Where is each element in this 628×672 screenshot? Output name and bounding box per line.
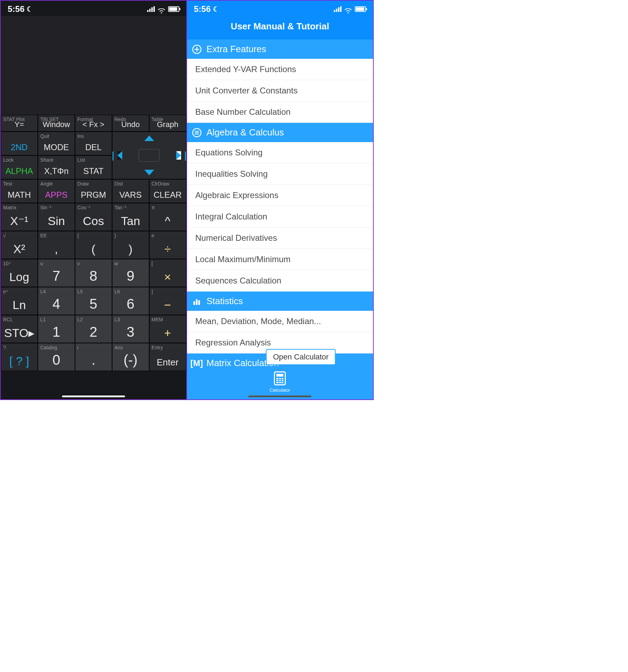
key-x2[interactable]: √X² xyxy=(1,231,38,259)
key-8[interactable]: v8 xyxy=(75,259,112,287)
list-item[interactable]: Algebraic Expressions xyxy=(187,185,373,206)
manual-screen: 5:56 ☾ User Manual & Tutorial Extra Feat… xyxy=(187,1,373,399)
plus-icon xyxy=(192,44,202,54)
key-sin[interactable]: Sin⁻¹Sin xyxy=(38,203,75,231)
status-bar: 5:56 ☾ xyxy=(1,1,186,16)
calculator-screen: 5:56 ☾ STAT PlotY= TBLSETWindow Format< … xyxy=(1,1,187,399)
arrow-down-icon[interactable] xyxy=(144,170,154,175)
arrow-up-icon[interactable] xyxy=(144,135,154,141)
section-header[interactable]: Algebra & Calculus xyxy=(187,123,373,142)
status-icons xyxy=(334,6,366,12)
bars-icon xyxy=(192,296,202,306)
key-window[interactable]: TBLSETWindow xyxy=(38,115,75,132)
list-item[interactable]: Unit Converter & Constants xyxy=(187,80,373,102)
key-multiply[interactable]: [× xyxy=(149,259,186,287)
list-item[interactable]: Inequalities Solving xyxy=(187,163,373,185)
wifi-icon xyxy=(158,6,165,12)
status-icons xyxy=(147,6,179,12)
tab-bar: Calculator xyxy=(187,369,373,399)
key-xt[interactable]: ShareX,TΦn xyxy=(38,155,75,179)
home-indicator[interactable] xyxy=(248,396,311,397)
tab-label: Calculator xyxy=(270,387,290,393)
key-vars[interactable]: DistVARS xyxy=(112,179,149,203)
home-indicator[interactable] xyxy=(62,396,125,397)
key-y-equals[interactable]: STAT PlotY= xyxy=(1,115,38,132)
key-2nd[interactable]: 2ND xyxy=(1,132,38,155)
status-time: 5:56 xyxy=(8,4,25,14)
section-label: Extra Features xyxy=(207,44,267,55)
list-item[interactable]: Integral Calculation xyxy=(187,206,373,227)
dpad-center[interactable] xyxy=(139,149,160,162)
section-header[interactable]: Statistics xyxy=(187,292,373,311)
key-lparen[interactable]: {( xyxy=(75,231,112,259)
battery-icon xyxy=(355,6,366,12)
key-4[interactable]: L44 xyxy=(38,287,75,315)
page-title: User Manual & Tutorial xyxy=(187,16,373,40)
key-sto[interactable]: RCLSTO▸ xyxy=(1,315,38,343)
status-bar: 5:56 ☾ xyxy=(187,1,373,16)
key-math[interactable]: TestMATH xyxy=(1,179,38,203)
key-alpha[interactable]: LockALPHA xyxy=(1,155,38,179)
menu-icon xyxy=(192,128,202,138)
key-comma[interactable]: EE, xyxy=(38,231,75,259)
key-mode[interactable]: QuitMODE xyxy=(38,132,75,155)
calc-display[interactable] xyxy=(1,16,186,115)
key-divide[interactable]: e÷ xyxy=(149,231,186,259)
list-item[interactable]: Local Maximum/Minimum xyxy=(187,249,373,270)
key-dot[interactable]: i. xyxy=(75,343,112,371)
key-1[interactable]: L11 xyxy=(38,315,75,343)
list-item[interactable]: Numerical Derivatives xyxy=(187,227,373,249)
status-time: 5:56 xyxy=(194,4,211,14)
list-item[interactable]: Extended Y-VAR Functions xyxy=(187,59,373,80)
key-ln[interactable]: eˣLn xyxy=(1,287,38,315)
key-apps[interactable]: AngleAPPS xyxy=(38,179,75,203)
key-help[interactable]: ?.[ ? ] xyxy=(1,343,38,371)
key-6[interactable]: L66 xyxy=(112,287,149,315)
key-graph[interactable]: TableGraph xyxy=(149,115,186,132)
content-list[interactable]: Extra FeaturesExtended Y-VAR FunctionsUn… xyxy=(187,40,373,373)
svg-rect-7 xyxy=(193,301,195,305)
key-fx[interactable]: Format< Fx > xyxy=(75,115,112,132)
key-9[interactable]: w9 xyxy=(112,259,149,287)
list-item[interactable]: Base Number Calculation xyxy=(187,102,373,123)
cell-signal-icon xyxy=(147,6,155,12)
key-stat[interactable]: ListSTAT xyxy=(75,155,112,179)
key-7[interactable]: u7 xyxy=(38,259,75,287)
section-label: Statistics xyxy=(207,296,243,307)
key-x-inv[interactable]: MatrixX⁻¹ xyxy=(1,203,38,231)
key-tan[interactable]: Tan⁻¹Tan xyxy=(112,203,149,231)
dnd-moon-icon: ☾ xyxy=(213,5,219,13)
key-enter[interactable]: EntryEnter xyxy=(149,343,186,371)
wifi-icon xyxy=(344,6,352,12)
key-undo[interactable]: RedoUndo xyxy=(112,115,149,132)
svg-rect-9 xyxy=(198,300,200,305)
list-item[interactable]: Equations Solving xyxy=(187,142,373,163)
key-caret[interactable]: π^ xyxy=(149,203,186,231)
section-label: Algebra & Calculus xyxy=(207,127,284,138)
section-header[interactable]: Extra Features xyxy=(187,40,373,59)
list-item[interactable]: Mean, Deviation, Mode, Median... xyxy=(187,311,373,332)
key-minus[interactable]: ]− xyxy=(149,287,186,315)
keypad: STAT PlotY= TBLSETWindow Format< Fx > Re… xyxy=(1,115,186,371)
key-5[interactable]: L55 xyxy=(75,287,112,315)
calculator-icon xyxy=(274,371,286,385)
cell-signal-icon xyxy=(334,6,341,12)
key-del[interactable]: InsDEL xyxy=(75,132,112,155)
key-clear[interactable]: ClrDrawCLEAR xyxy=(149,179,186,203)
key-neg[interactable]: Ans(-) xyxy=(112,343,149,371)
key-plus[interactable]: MEM+ xyxy=(149,315,186,343)
key-log[interactable]: 10ˣLog xyxy=(1,259,38,287)
battery-icon xyxy=(168,6,179,12)
key-2[interactable]: L22 xyxy=(75,315,112,343)
key-3[interactable]: L33 xyxy=(112,315,149,343)
list-item[interactable]: Sequences Calculation xyxy=(187,270,373,292)
key-prgm[interactable]: DrawPRGM xyxy=(75,179,112,203)
key-rparen[interactable]: }) xyxy=(112,231,149,259)
arrow-right-icon[interactable] xyxy=(176,151,181,160)
tab-calculator[interactable]: Calculator xyxy=(270,371,290,393)
key-0[interactable]: Catalog0 xyxy=(38,343,75,371)
dpad[interactable] xyxy=(112,132,186,179)
arrow-left-icon[interactable] xyxy=(117,151,122,160)
key-cos[interactable]: Cos⁻¹Cos xyxy=(75,203,112,231)
dnd-moon-icon: ☾ xyxy=(27,5,33,13)
